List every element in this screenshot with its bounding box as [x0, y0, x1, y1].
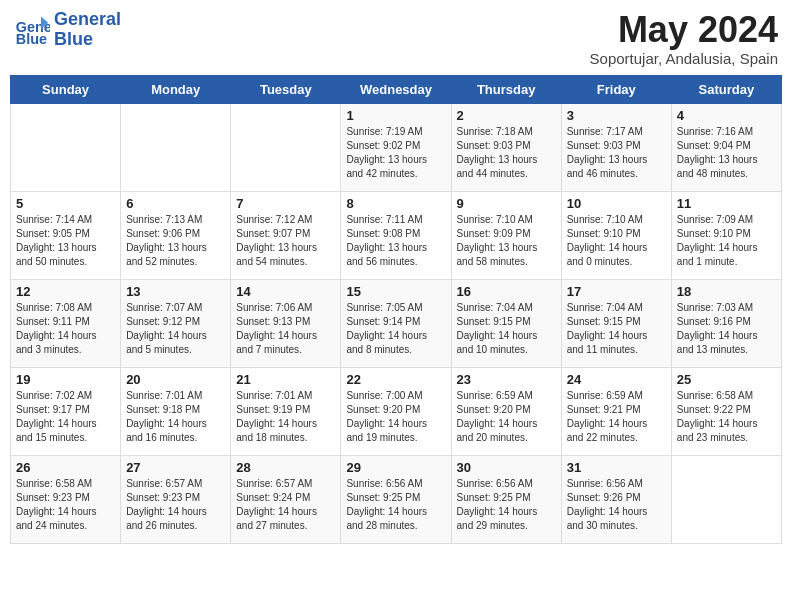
calendar-table: SundayMondayTuesdayWednesdayThursdayFrid… — [10, 75, 782, 544]
day-number: 8 — [346, 196, 445, 211]
month-title: May 2024 — [590, 10, 778, 50]
weekday-header-thursday: Thursday — [451, 75, 561, 103]
weekday-header-saturday: Saturday — [671, 75, 781, 103]
logo-icon: General Blue — [14, 12, 50, 48]
logo-blue: Blue — [54, 30, 121, 50]
week-row-5: 26Sunrise: 6:58 AM Sunset: 9:23 PM Dayli… — [11, 455, 782, 543]
day-info: Sunrise: 6:56 AM Sunset: 9:26 PM Dayligh… — [567, 477, 666, 533]
calendar-cell: 23Sunrise: 6:59 AM Sunset: 9:20 PM Dayli… — [451, 367, 561, 455]
day-info: Sunrise: 7:18 AM Sunset: 9:03 PM Dayligh… — [457, 125, 556, 181]
svg-text:Blue: Blue — [16, 31, 47, 47]
day-number: 1 — [346, 108, 445, 123]
day-number: 16 — [457, 284, 556, 299]
calendar-cell: 4Sunrise: 7:16 AM Sunset: 9:04 PM Daylig… — [671, 103, 781, 191]
day-number: 5 — [16, 196, 115, 211]
day-number: 2 — [457, 108, 556, 123]
calendar-cell: 12Sunrise: 7:08 AM Sunset: 9:11 PM Dayli… — [11, 279, 121, 367]
calendar-cell: 8Sunrise: 7:11 AM Sunset: 9:08 PM Daylig… — [341, 191, 451, 279]
calendar-cell: 30Sunrise: 6:56 AM Sunset: 9:25 PM Dayli… — [451, 455, 561, 543]
location-subtitle: Soportujar, Andalusia, Spain — [590, 50, 778, 67]
day-info: Sunrise: 7:08 AM Sunset: 9:11 PM Dayligh… — [16, 301, 115, 357]
calendar-cell: 24Sunrise: 6:59 AM Sunset: 9:21 PM Dayli… — [561, 367, 671, 455]
day-info: Sunrise: 6:56 AM Sunset: 9:25 PM Dayligh… — [457, 477, 556, 533]
day-info: Sunrise: 7:02 AM Sunset: 9:17 PM Dayligh… — [16, 389, 115, 445]
calendar-body: 1Sunrise: 7:19 AM Sunset: 9:02 PM Daylig… — [11, 103, 782, 543]
day-number: 18 — [677, 284, 776, 299]
weekday-header-monday: Monday — [121, 75, 231, 103]
day-info: Sunrise: 7:06 AM Sunset: 9:13 PM Dayligh… — [236, 301, 335, 357]
day-number: 4 — [677, 108, 776, 123]
calendar-cell: 19Sunrise: 7:02 AM Sunset: 9:17 PM Dayli… — [11, 367, 121, 455]
weekday-header-wednesday: Wednesday — [341, 75, 451, 103]
day-info: Sunrise: 7:13 AM Sunset: 9:06 PM Dayligh… — [126, 213, 225, 269]
day-number: 6 — [126, 196, 225, 211]
week-row-1: 1Sunrise: 7:19 AM Sunset: 9:02 PM Daylig… — [11, 103, 782, 191]
calendar-cell: 31Sunrise: 6:56 AM Sunset: 9:26 PM Dayli… — [561, 455, 671, 543]
day-info: Sunrise: 6:57 AM Sunset: 9:23 PM Dayligh… — [126, 477, 225, 533]
calendar-cell: 6Sunrise: 7:13 AM Sunset: 9:06 PM Daylig… — [121, 191, 231, 279]
weekday-header-sunday: Sunday — [11, 75, 121, 103]
day-number: 24 — [567, 372, 666, 387]
calendar-cell: 11Sunrise: 7:09 AM Sunset: 9:10 PM Dayli… — [671, 191, 781, 279]
day-info: Sunrise: 7:14 AM Sunset: 9:05 PM Dayligh… — [16, 213, 115, 269]
day-info: Sunrise: 7:04 AM Sunset: 9:15 PM Dayligh… — [457, 301, 556, 357]
day-number: 12 — [16, 284, 115, 299]
day-info: Sunrise: 7:19 AM Sunset: 9:02 PM Dayligh… — [346, 125, 445, 181]
day-number: 14 — [236, 284, 335, 299]
calendar-cell: 5Sunrise: 7:14 AM Sunset: 9:05 PM Daylig… — [11, 191, 121, 279]
day-number: 29 — [346, 460, 445, 475]
day-info: Sunrise: 6:58 AM Sunset: 9:23 PM Dayligh… — [16, 477, 115, 533]
day-number: 13 — [126, 284, 225, 299]
day-info: Sunrise: 7:10 AM Sunset: 9:10 PM Dayligh… — [567, 213, 666, 269]
calendar-cell: 29Sunrise: 6:56 AM Sunset: 9:25 PM Dayli… — [341, 455, 451, 543]
calendar-cell: 13Sunrise: 7:07 AM Sunset: 9:12 PM Dayli… — [121, 279, 231, 367]
calendar-cell — [11, 103, 121, 191]
calendar-cell: 1Sunrise: 7:19 AM Sunset: 9:02 PM Daylig… — [341, 103, 451, 191]
calendar-cell: 26Sunrise: 6:58 AM Sunset: 9:23 PM Dayli… — [11, 455, 121, 543]
calendar-cell: 20Sunrise: 7:01 AM Sunset: 9:18 PM Dayli… — [121, 367, 231, 455]
day-info: Sunrise: 7:05 AM Sunset: 9:14 PM Dayligh… — [346, 301, 445, 357]
calendar-cell: 17Sunrise: 7:04 AM Sunset: 9:15 PM Dayli… — [561, 279, 671, 367]
day-info: Sunrise: 6:56 AM Sunset: 9:25 PM Dayligh… — [346, 477, 445, 533]
day-number: 28 — [236, 460, 335, 475]
day-info: Sunrise: 7:17 AM Sunset: 9:03 PM Dayligh… — [567, 125, 666, 181]
calendar-cell: 7Sunrise: 7:12 AM Sunset: 9:07 PM Daylig… — [231, 191, 341, 279]
day-info: Sunrise: 7:04 AM Sunset: 9:15 PM Dayligh… — [567, 301, 666, 357]
calendar-cell: 3Sunrise: 7:17 AM Sunset: 9:03 PM Daylig… — [561, 103, 671, 191]
calendar-cell — [231, 103, 341, 191]
day-number: 31 — [567, 460, 666, 475]
day-info: Sunrise: 7:01 AM Sunset: 9:19 PM Dayligh… — [236, 389, 335, 445]
day-number: 19 — [16, 372, 115, 387]
day-number: 25 — [677, 372, 776, 387]
day-number: 10 — [567, 196, 666, 211]
day-info: Sunrise: 7:01 AM Sunset: 9:18 PM Dayligh… — [126, 389, 225, 445]
day-info: Sunrise: 7:00 AM Sunset: 9:20 PM Dayligh… — [346, 389, 445, 445]
day-number: 26 — [16, 460, 115, 475]
day-number: 27 — [126, 460, 225, 475]
calendar-cell: 9Sunrise: 7:10 AM Sunset: 9:09 PM Daylig… — [451, 191, 561, 279]
day-info: Sunrise: 6:57 AM Sunset: 9:24 PM Dayligh… — [236, 477, 335, 533]
weekday-row: SundayMondayTuesdayWednesdayThursdayFrid… — [11, 75, 782, 103]
weekday-header-friday: Friday — [561, 75, 671, 103]
title-block: May 2024 Soportujar, Andalusia, Spain — [590, 10, 778, 67]
day-info: Sunrise: 7:10 AM Sunset: 9:09 PM Dayligh… — [457, 213, 556, 269]
calendar-cell: 2Sunrise: 7:18 AM Sunset: 9:03 PM Daylig… — [451, 103, 561, 191]
day-number: 7 — [236, 196, 335, 211]
logo: General Blue General Blue — [14, 10, 121, 50]
day-info: Sunrise: 7:11 AM Sunset: 9:08 PM Dayligh… — [346, 213, 445, 269]
day-number: 20 — [126, 372, 225, 387]
calendar-cell: 27Sunrise: 6:57 AM Sunset: 9:23 PM Dayli… — [121, 455, 231, 543]
day-info: Sunrise: 6:59 AM Sunset: 9:21 PM Dayligh… — [567, 389, 666, 445]
logo-general: General — [54, 10, 121, 30]
day-number: 11 — [677, 196, 776, 211]
day-number: 17 — [567, 284, 666, 299]
page-header: General Blue General Blue May 2024 Sopor… — [10, 10, 782, 67]
day-number: 15 — [346, 284, 445, 299]
calendar-header: SundayMondayTuesdayWednesdayThursdayFrid… — [11, 75, 782, 103]
calendar-cell — [121, 103, 231, 191]
week-row-4: 19Sunrise: 7:02 AM Sunset: 9:17 PM Dayli… — [11, 367, 782, 455]
day-info: Sunrise: 7:07 AM Sunset: 9:12 PM Dayligh… — [126, 301, 225, 357]
calendar-cell: 22Sunrise: 7:00 AM Sunset: 9:20 PM Dayli… — [341, 367, 451, 455]
calendar-cell: 21Sunrise: 7:01 AM Sunset: 9:19 PM Dayli… — [231, 367, 341, 455]
calendar-cell: 28Sunrise: 6:57 AM Sunset: 9:24 PM Dayli… — [231, 455, 341, 543]
